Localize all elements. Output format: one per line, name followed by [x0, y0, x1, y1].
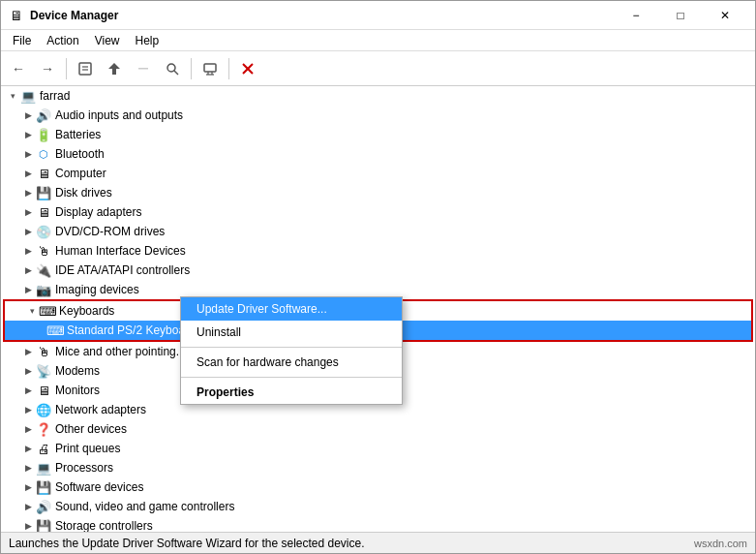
label-sound: Sound, video and game controllers: [55, 500, 234, 513]
ctx-update-driver[interactable]: Update Driver Software...: [181, 297, 402, 321]
icon-mice: 🖱: [36, 344, 51, 359]
tree-item-batteries[interactable]: ▶ 🔋 Batteries: [1, 125, 755, 144]
menu-view[interactable]: View: [87, 32, 128, 49]
maximize-button[interactable]: □: [658, 1, 703, 30]
arrow-hid: ▶: [20, 243, 36, 259]
status-right: wsxdn.com: [694, 538, 747, 549]
menu-bar: File Action View Help: [1, 30, 755, 51]
menu-action[interactable]: Action: [39, 32, 86, 49]
label-farrad: farrad: [40, 89, 70, 103]
arrow-monitors: ▶: [20, 383, 36, 398]
label-computer: Computer: [55, 167, 106, 180]
icon-farrad: 💻: [20, 88, 36, 104]
ctx-scan-hardware[interactable]: Scan for hardware changes: [181, 351, 402, 374]
tree-item-ide[interactable]: ▶ 🔌 IDE ATA/ATAPI controllers: [1, 261, 755, 280]
svg-rect-4: [138, 68, 148, 70]
icon-computer: 🖥: [36, 166, 51, 181]
tree-item-diskdrives[interactable]: ▶ 💾 Disk drives: [1, 183, 755, 202]
ctx-uninstall[interactable]: Uninstall: [181, 321, 402, 344]
icon-imaging: 📷: [36, 282, 51, 297]
arrow-ide: ▶: [20, 262, 36, 278]
arrow-software: ▶: [20, 479, 36, 495]
svg-marker-3: [108, 63, 120, 75]
display-resources-button[interactable]: [197, 55, 224, 82]
back-button[interactable]: ←: [5, 55, 32, 82]
tree-item-computer[interactable]: ▶ 🖥 Computer: [1, 164, 755, 183]
close-button[interactable]: ✕: [703, 1, 747, 30]
tree-item-sound[interactable]: ▶ 🔊 Sound, video and game controllers: [1, 497, 755, 516]
svg-rect-0: [79, 63, 91, 75]
tree-item-display[interactable]: ▶ 🖥 Display adapters: [1, 202, 755, 222]
label-monitors: Monitors: [55, 384, 100, 397]
tree-item-other[interactable]: ▶ ❓ Other devices: [1, 419, 755, 439]
label-ide: IDE ATA/ATAPI controllers: [55, 263, 190, 277]
arrow-dvd: ▶: [20, 224, 36, 239]
label-audio: Audio inputs and outputs: [55, 108, 183, 122]
label-dvd: DVD/CD-ROM drives: [55, 225, 165, 238]
toolbar-separator-1: [66, 58, 67, 79]
label-storage: Storage controllers: [55, 519, 153, 532]
label-network: Network adapters: [55, 403, 146, 416]
label-mice: Mice and other pointing...: [55, 345, 186, 358]
menu-help[interactable]: Help: [128, 32, 167, 49]
tree-item-printq[interactable]: ▶ 🖨 Print queues: [1, 439, 755, 458]
svg-rect-7: [204, 64, 216, 72]
arrow-imaging: ▶: [20, 282, 36, 297]
arrow-diskdrives: ▶: [20, 185, 36, 200]
icon-bluetooth: ⬡: [36, 146, 51, 162]
tree-item-audio[interactable]: ▶ 🔊 Audio inputs and outputs: [1, 106, 755, 125]
label-modems: Modems: [55, 364, 100, 378]
window-title: Device Manager: [30, 9, 614, 22]
icon-diskdrives: 💾: [36, 185, 51, 200]
icon-storage: 💾: [36, 518, 51, 532]
tree-item-hid[interactable]: ▶ 🖱 Human Interface Devices: [1, 241, 755, 261]
arrow-farrad: ▾: [5, 88, 20, 104]
scan-button[interactable]: [159, 55, 186, 82]
icon-dvd: 💿: [36, 224, 51, 239]
tree-item-storage[interactable]: ▶ 💾 Storage controllers: [1, 516, 755, 532]
tree-item-farrad[interactable]: ▾ 💻 farrad: [1, 86, 755, 106]
icon-ide: 🔌: [36, 262, 51, 278]
update-driver-button[interactable]: [101, 55, 128, 82]
delete-button[interactable]: [234, 55, 261, 82]
forward-button[interactable]: →: [34, 55, 61, 82]
ctx-separator-2: [181, 377, 402, 378]
device-manager-window: 🖥 Device Manager − □ ✕ File Action View …: [0, 0, 756, 554]
arrow-audio: ▶: [20, 108, 36, 123]
icon-kbd-ps2: ⌨: [47, 323, 63, 338]
main-content: ▾ 💻 farrad ▶ 🔊 Audio inputs and outputs …: [1, 86, 755, 532]
icon-display: 🖥: [36, 204, 51, 220]
arrow-batteries: ▶: [20, 127, 36, 142]
title-bar: 🖥 Device Manager − □ ✕: [1, 1, 755, 30]
minimize-button[interactable]: −: [614, 1, 658, 30]
icon-processors: 💻: [36, 460, 51, 476]
uninstall-button[interactable]: [130, 55, 157, 82]
label-display: Display adapters: [55, 205, 141, 219]
tree-item-software[interactable]: ▶ 💾 Software devices: [1, 477, 755, 497]
icon-keyboards: ⌨: [40, 303, 55, 319]
tree-item-dvd[interactable]: ▶ 💿 DVD/CD-ROM drives: [1, 222, 755, 241]
properties-button[interactable]: [72, 55, 99, 82]
window-icon: 🖥: [9, 8, 24, 23]
svg-line-6: [174, 71, 178, 75]
label-diskdrives: Disk drives: [55, 186, 112, 200]
ctx-properties[interactable]: Properties: [181, 381, 402, 404]
icon-hid: 🖱: [36, 243, 51, 259]
menu-file[interactable]: File: [5, 32, 39, 49]
arrow-display: ▶: [20, 204, 36, 220]
tree-item-processors[interactable]: ▶ 💻 Processors: [1, 458, 755, 477]
label-printq: Print queues: [55, 442, 120, 455]
context-menu: Update Driver Software... Uninstall Scan…: [180, 296, 403, 405]
label-kbd-ps2: Standard PS/2 Keyboard: [67, 323, 196, 337]
arrow-network: ▶: [20, 402, 36, 417]
tree-item-bluetooth[interactable]: ▶ ⬡ Bluetooth: [1, 144, 755, 164]
icon-other: ❓: [36, 421, 51, 437]
svg-point-5: [167, 64, 175, 72]
label-batteries: Batteries: [55, 128, 101, 141]
icon-network: 🌐: [36, 402, 51, 417]
device-tree[interactable]: ▾ 💻 farrad ▶ 🔊 Audio inputs and outputs …: [1, 86, 755, 532]
icon-audio: 🔊: [36, 108, 51, 123]
arrow-printq: ▶: [20, 441, 36, 456]
toolbar-separator-2: [191, 58, 192, 79]
label-hid: Human Interface Devices: [55, 244, 186, 258]
